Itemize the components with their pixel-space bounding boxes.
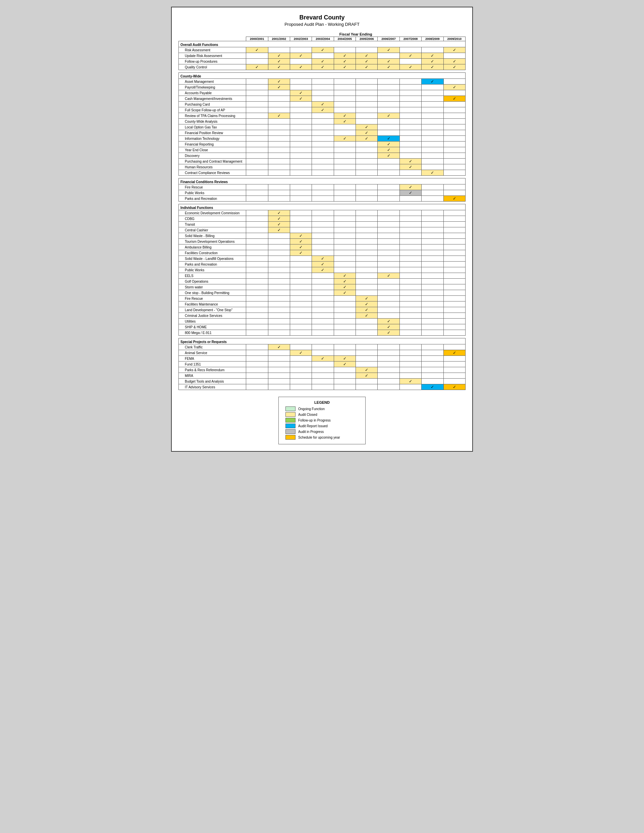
legend-color-box (285, 423, 296, 428)
data-cell (312, 233, 334, 239)
section-header: Individual Functions (179, 204, 465, 210)
data-cell (422, 136, 443, 142)
legend-area: LEGEND Ongoing FunctionAudit ClosedFollo… (179, 397, 465, 444)
data-cell: ✓ (443, 64, 465, 70)
page-title: Brevard County (179, 14, 465, 21)
data-cell: ✓ (378, 330, 399, 336)
data-cell (443, 101, 465, 107)
checkmark: ✓ (431, 59, 434, 64)
data-cell (356, 362, 378, 367)
data-cell (246, 239, 268, 244)
data-cell: ✓ (443, 196, 465, 201)
data-cell (356, 285, 378, 290)
data-cell (334, 244, 356, 250)
checkmark: ✓ (365, 59, 368, 64)
row-label: Budget Tools and Analysis (179, 379, 246, 384)
data-cell (443, 344, 465, 350)
data-cell (246, 367, 268, 373)
data-cell: ✓ (399, 159, 421, 164)
data-cell (246, 344, 268, 350)
data-cell (378, 85, 399, 90)
data-cell (356, 164, 378, 170)
data-cell: ✓ (356, 53, 378, 59)
data-cell (422, 324, 443, 330)
checkmark: ✓ (343, 279, 346, 284)
data-cell (246, 59, 268, 64)
table-row: Transit✓ (179, 222, 465, 227)
checkmark: ✓ (343, 119, 346, 124)
table-row: Ambulance Billing✓ (179, 244, 465, 250)
row-label: Economic Development Commission (179, 210, 246, 216)
data-cell: ✓ (334, 64, 356, 70)
data-cell (356, 190, 378, 196)
table-row: Full Scope Follow-up of AP✓ (179, 107, 465, 113)
data-cell: ✓ (422, 384, 443, 390)
checkmark: ✓ (321, 65, 324, 69)
data-cell (246, 159, 268, 164)
data-cell (290, 262, 312, 267)
data-cell (246, 244, 268, 250)
data-cell (290, 119, 312, 124)
data-cell: ✓ (356, 373, 378, 379)
data-cell (290, 324, 312, 330)
table-row: IT Advisory Services✓✓ (179, 384, 465, 390)
data-cell (246, 256, 268, 262)
data-cell (268, 356, 290, 362)
checkmark: ✓ (277, 79, 281, 84)
data-cell (422, 262, 443, 267)
table-row: Financial Reporting✓ (179, 142, 465, 147)
year-header-cell: 2005/2006 (356, 37, 378, 41)
data-cell (378, 159, 399, 164)
data-cell (399, 130, 421, 136)
data-cell (422, 296, 443, 301)
data-cell (356, 96, 378, 101)
data-cell: ✓ (399, 53, 421, 59)
data-cell (356, 142, 378, 147)
table-row: FEMA✓✓ (179, 356, 465, 362)
data-cell (334, 85, 356, 90)
data-cell (399, 101, 421, 107)
table-row: Budget Tools and Analysis✓ (179, 379, 465, 384)
data-cell (399, 373, 421, 379)
data-cell (290, 185, 312, 190)
data-cell (246, 227, 268, 233)
data-cell (443, 90, 465, 96)
data-cell (334, 101, 356, 107)
data-cell (290, 256, 312, 262)
data-cell (378, 262, 399, 267)
data-cell (356, 239, 378, 244)
checkmark: ✓ (343, 136, 346, 141)
data-cell (399, 119, 421, 124)
data-cell (399, 344, 421, 350)
checkmark: ✓ (453, 351, 456, 355)
data-cell (246, 101, 268, 107)
checkmark: ✓ (453, 65, 456, 69)
legend-item: Audit Report Issued (285, 423, 359, 428)
data-cell (399, 170, 421, 176)
data-cell: ✓ (268, 64, 290, 70)
row-label: One stop - Building Permitting (179, 290, 246, 296)
legend-box: LEGEND Ongoing FunctionAudit ClosedFollo… (279, 397, 365, 444)
data-cell (356, 273, 378, 279)
row-label: Purchasing and Contract Management (179, 159, 246, 164)
data-cell (268, 367, 290, 373)
data-cell: ✓ (268, 85, 290, 90)
data-cell (399, 350, 421, 356)
data-cell (399, 290, 421, 296)
data-cell: ✓ (268, 53, 290, 59)
data-cell (422, 159, 443, 164)
data-cell (268, 279, 290, 285)
data-cell (290, 124, 312, 130)
row-label: Parks and Recreation (179, 262, 246, 267)
data-cell (399, 196, 421, 201)
table-row: Fund 1351✓ (179, 362, 465, 367)
data-cell: ✓ (268, 227, 290, 233)
checkmark: ✓ (277, 65, 281, 69)
data-cell (334, 142, 356, 147)
checkmark: ✓ (277, 113, 281, 118)
data-cell (443, 301, 465, 307)
table-row: Human Resources✓ (179, 164, 465, 170)
data-cell: ✓ (312, 64, 334, 70)
data-cell (378, 227, 399, 233)
row-label: Payroll/Timekeeping (179, 85, 246, 90)
